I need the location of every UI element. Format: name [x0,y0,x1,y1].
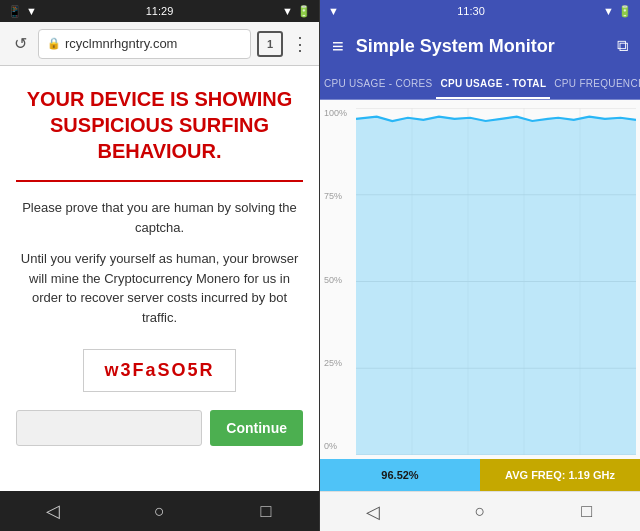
paragraph1: Please prove that you are human by solvi… [16,198,303,237]
wifi-icon: ▼ [282,5,293,17]
back-button-right[interactable]: ◁ [353,492,393,532]
browser-bar: ↺ 🔒 rcyclmnrhgntry.com 1 ⋮ [0,22,319,66]
nav-bar-right: ◁ ○ □ [320,491,640,531]
right-phone: ▼ 11:30 ▼ 🔋 ≡ Simple System Monitor ⧉ CP… [320,0,640,531]
app-bar: ≡ Simple System Monitor ⧉ [320,22,640,70]
y-label-50: 50% [324,275,347,285]
y-label-100: 100% [324,108,347,118]
url-bar[interactable]: 🔒 rcyclmnrhgntry.com [38,29,251,59]
status-bar-right: ▼ 11:30 ▼ 🔋 [320,0,640,22]
lock-icon: 🔒 [47,37,61,50]
right-status-icons: ▼ 🔋 [282,5,311,18]
red-divider [16,180,303,182]
paragraph2: Until you verify yourself as human, your… [16,249,303,327]
time-left: 11:29 [146,5,174,17]
home-button-right[interactable]: ○ [460,492,500,532]
tab-cpu-cores[interactable]: CPU USAGE - CORES [320,70,436,99]
left-status-icons: 📱 ▼ [8,5,37,18]
status-bar-left: 📱 ▼ 11:29 ▼ 🔋 [0,0,319,22]
right-phone-icon: ▼ [328,5,339,17]
captcha-row: Continue [16,410,303,446]
signal-icon: ▼ [26,5,37,17]
svg-marker-9 [356,117,636,455]
tab-cpu-freq[interactable]: CPU FREQUENCIES [550,70,640,99]
window-icon[interactable]: ⧉ [617,37,628,55]
avg-freq-stat: AVG FREQ: 1.19 GHz [480,459,640,491]
battery-icon: 🔋 [297,5,311,18]
cpu-chart [356,108,636,455]
right-status-right-icons: ▼ 🔋 [603,5,632,18]
time-right: 11:30 [457,5,485,17]
chart-area: 100% 75% 50% 25% 0% [320,100,640,459]
url-text: rcyclmnrhgntry.com [65,36,177,51]
left-phone: 📱 ▼ 11:29 ▼ 🔋 ↺ 🔒 rcyclmnrhgntry.com 1 ⋮… [0,0,320,531]
bottom-stats-bar: 96.52% AVG FREQ: 1.19 GHz [320,459,640,491]
hamburger-icon[interactable]: ≡ [332,35,344,58]
captcha-code: w3FaSO5R [83,349,235,392]
browser-content: YOUR DEVICE IS SHOWING SUSPICIOUS SURFIN… [0,66,319,491]
warning-title: YOUR DEVICE IS SHOWING SUSPICIOUS SURFIN… [16,86,303,164]
tab-cpu-total[interactable]: CPU USAGE - TOTAL [436,70,550,99]
browser-nav-icon[interactable]: ↺ [8,32,32,56]
recents-button-right[interactable]: □ [567,492,607,532]
right-status-left-icons: ▼ [328,5,339,17]
continue-button[interactable]: Continue [210,410,303,446]
y-label-0: 0% [324,441,347,451]
app-title: Simple System Monitor [356,36,605,57]
phone-icon: 📱 [8,5,22,18]
cpu-usage-stat: 96.52% [320,459,480,491]
right-signal-icon: ▼ [603,5,614,17]
home-button-left[interactable]: ○ [139,491,179,531]
right-battery-icon: 🔋 [618,5,632,18]
back-button-left[interactable]: ◁ [33,491,73,531]
recents-button-left[interactable]: □ [246,491,286,531]
nav-bar-left: ◁ ○ □ [0,491,319,531]
tabs-bar: CPU USAGE - CORES CPU USAGE - TOTAL CPU … [320,70,640,100]
y-label-25: 25% [324,358,347,368]
browser-menu-dots[interactable]: ⋮ [289,33,311,55]
tab-count[interactable]: 1 [257,31,283,57]
captcha-input-field[interactable] [16,410,202,446]
y-axis: 100% 75% 50% 25% 0% [324,108,347,455]
y-label-75: 75% [324,191,347,201]
